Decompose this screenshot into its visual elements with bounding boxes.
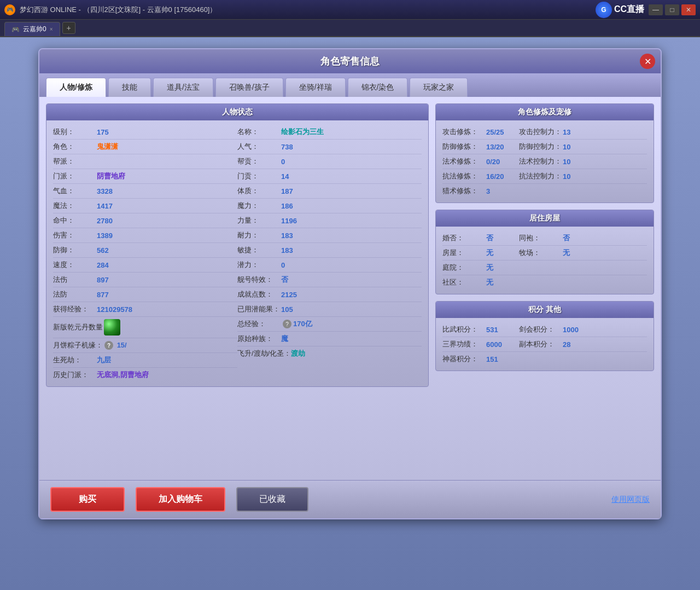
- stat-school-contrib: 门贡： 14: [237, 169, 422, 184]
- cult-anti-magic: 抗法修炼： 16/20 抗法控制力： 10: [442, 169, 647, 184]
- tab-home[interactable]: 玩家之家: [410, 78, 468, 97]
- cc-logo-icon: G: [596, 2, 612, 18]
- stat-total-exp: 总经验： ? 170亿: [237, 317, 422, 332]
- title-bar-left: 🎮 梦幻西游 ONLINE - （四川2区[文珠院] - 云嘉帅0 [17560…: [4, 4, 217, 15]
- res-yard: 庭院： 无: [442, 261, 647, 275]
- res-community: 社区： 无: [442, 275, 647, 290]
- title-bar: 🎮 梦幻西游 ONLINE - （四川2区[文珠院] - 云嘉帅0 [17560…: [0, 0, 700, 20]
- tab-bar: 🎮 云嘉帅0 × +: [0, 20, 700, 37]
- window-title: 梦幻西游 ONLINE - （四川2区[文珠院] - 云嘉帅0 [1756046…: [20, 5, 217, 15]
- character-status-section: 人物状态 级别： 175 角色：: [46, 103, 429, 387]
- residence-body: 婚否： 否 同袍： 否 房屋： 无 牧场： 无 庭院：: [436, 227, 654, 294]
- new-tab-button[interactable]: +: [62, 22, 75, 34]
- residence-section: 居住房屋 婚否： 否 同袍： 否 房屋： 无 牧场：: [435, 210, 654, 294]
- cult-defense: 防御修炼： 13/20 防御控制力： 10: [442, 140, 647, 154]
- stat-defense: 防御： 562: [53, 243, 237, 258]
- stat-hit: 命中： 2780: [53, 213, 237, 228]
- cult-attack: 攻击修炼： 25/25 攻击控制力： 13: [442, 125, 647, 140]
- stat-exp: 获得经验： 121029578: [53, 302, 237, 317]
- stat-endurance: 耐力： 183: [237, 228, 422, 243]
- tab-skills[interactable]: 技能: [108, 78, 151, 97]
- cultivation-header: 角色修炼及宠修: [436, 104, 654, 120]
- res-married: 婚否： 否 同袍： 否: [442, 231, 647, 246]
- browser-tab[interactable]: 🎮 云嘉帅0 ×: [4, 22, 60, 36]
- tab-character[interactable]: 人物/修炼: [46, 78, 106, 97]
- add-to-cart-button[interactable]: 加入购物车: [136, 487, 225, 512]
- mooncake-help-icon[interactable]: ?: [104, 341, 113, 350]
- stat-popularity: 人气： 738: [237, 140, 422, 154]
- score-merit: 三界功绩： 6000 副本积分： 28: [442, 337, 647, 352]
- stat-magic-def: 法防 877: [53, 287, 237, 302]
- character-status-header: 人物状态: [46, 104, 428, 120]
- dialog-close-button[interactable]: ✕: [640, 54, 655, 69]
- stat-guild: 帮派：: [53, 154, 237, 169]
- stat-mp: 魔法： 1417: [53, 199, 237, 213]
- tab-items[interactable]: 道具/法宝: [153, 78, 213, 97]
- cultivation-body: 攻击修炼： 25/25 攻击控制力： 13 防御修炼： 13/20 防御控制力：…: [436, 120, 654, 203]
- buy-button[interactable]: 购买: [50, 487, 125, 512]
- score-pvp: 比武积分： 531 剑会积分： 1000: [442, 322, 647, 337]
- left-stats: 级别： 175 角色： 鬼潇潇 帮派：: [53, 125, 237, 382]
- stat-guild-contrib: 帮贡： 0: [237, 154, 422, 169]
- stat-potential: 潜力： 0: [237, 258, 422, 273]
- collected-button[interactable]: 已收藏: [236, 487, 308, 512]
- scores-header: 积分 其他: [436, 302, 654, 318]
- right-panel: 角色修炼及宠修 攻击修炼： 25/25 攻击控制力： 13 防御修炼： 13/2…: [435, 103, 654, 473]
- tab-clothing[interactable]: 锦衣/染色: [348, 78, 408, 97]
- stat-calamity: 生死劫： 九层: [53, 353, 237, 368]
- tab-pets[interactable]: 召唤兽/孩子: [215, 78, 283, 97]
- main-area: 角色寄售信息 ✕ 人物/修炼 技能 道具/法宝 召唤兽/孩子 坐骑/祥瑞 锦衣/…: [0, 37, 700, 590]
- minimize-button[interactable]: —: [649, 4, 663, 15]
- nav-tabs: 人物/修炼 技能 道具/法宝 召唤兽/孩子 坐骑/祥瑞 锦衣/染色 玩家之家: [39, 73, 661, 97]
- window-controls: — □ ✕: [649, 4, 696, 15]
- total-exp-help-icon[interactable]: ?: [283, 320, 291, 328]
- stat-magic-dmg: 法伤 897: [53, 273, 237, 287]
- tab-close-button[interactable]: ×: [50, 26, 53, 32]
- qianyuan-icon: [104, 319, 120, 336]
- stat-qianyuan: 新版乾元丹数量: [53, 317, 237, 338]
- right-stats: 名称： 绘影石为三生 人气： 738 帮贡： 0: [237, 125, 422, 382]
- scores-body: 比武积分： 531 剑会积分： 1000 三界功绩： 6000 副本积分： 28: [436, 318, 654, 371]
- stat-school: 门派： 阴曹地府: [53, 169, 237, 184]
- left-panel: 人物状态 级别： 175 角色：: [46, 103, 429, 473]
- maximize-button[interactable]: □: [665, 4, 679, 15]
- cult-hunt: 猎术修炼： 3: [442, 184, 647, 198]
- stat-hp: 气血： 3328: [53, 184, 237, 199]
- stat-achievement: 成就点数： 2125: [237, 287, 422, 302]
- cc-logo: G CC直播: [596, 2, 644, 18]
- stat-constitution: 体质： 187: [237, 184, 422, 199]
- dialog-footer: 购买 加入购物车 已收藏 使用网页版: [39, 480, 661, 518]
- app-icon: 🎮: [4, 4, 15, 15]
- dialog-title: 角色寄售信息: [39, 49, 661, 73]
- stat-speed: 速度： 284: [53, 258, 237, 273]
- score-artifact: 神器积分： 151: [442, 352, 647, 366]
- window-close-button[interactable]: ✕: [681, 4, 696, 15]
- stat-ascension: 飞升/渡劫/化圣： 渡劫: [237, 346, 422, 361]
- stat-mana: 魔力： 186: [237, 199, 422, 213]
- stat-callsign: 舰号特效： 否: [237, 273, 422, 287]
- cult-magic: 法术修炼： 0/20 法术控制力： 10: [442, 154, 647, 169]
- stat-level: 级别： 175: [53, 125, 237, 140]
- tab-title: 云嘉帅0: [23, 25, 46, 34]
- stat-agility: 敏捷： 183: [237, 243, 422, 258]
- content-area: 人物状态 级别： 175 角色：: [39, 97, 661, 480]
- web-version-link[interactable]: 使用网页版: [611, 495, 650, 505]
- stat-race: 原始种族： 魔: [237, 332, 422, 346]
- dialog: 角色寄售信息 ✕ 人物/修炼 技能 道具/法宝 召唤兽/孩子 坐骑/祥瑞 锦衣/…: [38, 48, 662, 519]
- character-status-body: 级别： 175 角色： 鬼潇潇 帮派：: [46, 120, 428, 386]
- stat-name: 名称： 绘影石为三生: [237, 125, 422, 140]
- stat-potential-used: 已用潜能果： 105: [237, 302, 422, 317]
- stat-damage: 伤害： 1389: [53, 228, 237, 243]
- tab-mounts[interactable]: 坐骑/祥瑞: [285, 78, 346, 97]
- stat-role: 角色： 鬼潇潇: [53, 140, 237, 154]
- scores-section: 积分 其他 比武积分： 531 剑会积分： 1000 三界功绩： 6000 副本…: [435, 301, 654, 371]
- stat-history-school: 历史门派： 无底洞,阴曹地府: [53, 368, 237, 382]
- res-house: 房屋： 无 牧场： 无: [442, 246, 647, 261]
- stat-mooncake: 月饼粽子机缘： ? 15/: [53, 338, 237, 353]
- stat-strength: 力量： 1196: [237, 213, 422, 228]
- cultivation-section: 角色修炼及宠修 攻击修炼： 25/25 攻击控制力： 13 防御修炼： 13/2…: [435, 103, 654, 203]
- residence-header: 居住房屋: [436, 210, 654, 227]
